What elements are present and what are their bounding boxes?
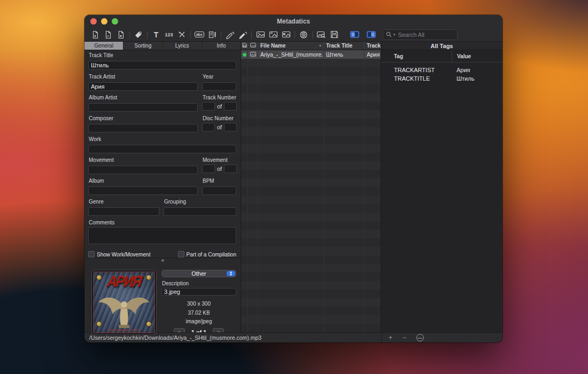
pen-swoosh-outline-icon	[226, 30, 235, 39]
empty-row	[241, 170, 381, 178]
empty-row	[241, 221, 381, 230]
musicbrainz-lookup-button[interactable]	[297, 29, 310, 40]
sort-chevron-icon: ˅	[319, 44, 321, 48]
tag-value: Ария	[452, 67, 502, 73]
tag-row[interactable]: TRACKTITLEШтиль	[381, 74, 502, 83]
remove-file-icon	[104, 30, 112, 39]
write-tags-button[interactable]	[236, 29, 249, 40]
tab-general[interactable]: General	[84, 42, 123, 50]
tools-button[interactable]	[175, 29, 188, 40]
grouping-field[interactable]	[164, 207, 236, 216]
track-total-field[interactable]	[224, 102, 237, 111]
empty-row	[241, 93, 381, 102]
editor-panel: General Sorting Lyrics Info Track Title …	[84, 42, 241, 332]
tab-info[interactable]: Info	[202, 42, 241, 50]
add-artwork-icon	[256, 30, 265, 38]
album-artist-field[interactable]	[88, 103, 198, 112]
more-actions-button[interactable]: •••	[416, 334, 424, 341]
track-title-field[interactable]	[88, 61, 236, 69]
empty-row	[241, 230, 381, 238]
rivet-icon	[96, 275, 102, 280]
disc-number-field[interactable]	[202, 123, 215, 131]
track-artist-field[interactable]	[88, 82, 198, 91]
tag-row[interactable]: TRACKARTISTАрия	[381, 66, 502, 74]
artwork-type-popup[interactable]: Other ▲▼	[161, 270, 236, 277]
text-format-button[interactable]: T	[150, 29, 163, 40]
has-artwork-icon	[250, 51, 256, 58]
value-column-header[interactable]: Value	[452, 50, 502, 62]
add-artwork-button[interactable]	[254, 29, 267, 40]
remove-artwork-button[interactable]	[267, 29, 280, 40]
movement-field[interactable]	[88, 166, 198, 174]
disc-total-field[interactable]	[224, 123, 237, 131]
file-row[interactable]: Ariya_-_SHtil_(musmore....ШтильАрия	[241, 50, 381, 59]
description-field[interactable]	[161, 288, 236, 295]
empty-row	[241, 127, 381, 136]
close-files-button[interactable]	[114, 29, 127, 40]
composer-field[interactable]	[88, 124, 198, 133]
export-artwork-button[interactable]	[280, 29, 292, 40]
save-state-icon	[242, 43, 247, 49]
tab-lyrics[interactable]: Lyrics	[163, 42, 202, 50]
tab-sorting[interactable]: Sorting	[123, 42, 163, 50]
export-artwork-icon	[282, 30, 291, 38]
album-cover[interactable]: АРИЯ БЕСПЕЧНЫЙ АНГЕЛ	[91, 270, 157, 335]
number-format-icon: 123	[165, 32, 173, 37]
remove-tag-button[interactable]: −	[403, 334, 406, 341]
bpm-field[interactable]	[202, 186, 236, 195]
add-files-button[interactable]	[89, 29, 102, 40]
toggle-right-panel-button[interactable]	[365, 29, 377, 40]
toolbar-separator	[312, 31, 313, 38]
genre-field[interactable]	[88, 207, 159, 216]
modified-column-header[interactable]	[241, 42, 248, 50]
add-file-icon	[91, 30, 99, 39]
track-artist-column-header[interactable]: Track	[365, 42, 383, 50]
track-title-column-header[interactable]: Track Title	[324, 42, 365, 50]
remove-files-button[interactable]	[102, 29, 114, 40]
comments-field[interactable]	[88, 227, 236, 244]
album-field[interactable]	[88, 186, 198, 195]
disc-number-of-label: of	[217, 124, 222, 130]
artwork-splitter[interactable]	[84, 258, 241, 263]
edit-tags-button[interactable]	[132, 29, 145, 40]
grouping-label: Grouping	[164, 199, 236, 205]
toggle-left-panel-button[interactable]	[348, 29, 361, 40]
movement-total-field[interactable]	[224, 165, 237, 173]
search-scope-chevron-icon: ▾	[393, 33, 396, 37]
popup-stepper-icon: ▲▼	[227, 271, 235, 276]
toolbar-separator	[221, 31, 221, 38]
titlebar[interactable]: Metadatics	[84, 15, 502, 28]
file-name-column-header[interactable]: File Name ˅	[258, 42, 324, 50]
search-input[interactable]	[397, 31, 454, 38]
search-field[interactable]: ▾	[383, 29, 458, 40]
empty-row	[241, 204, 381, 213]
toolbar-separator	[251, 31, 252, 38]
artwork-search-button[interactable]	[315, 29, 328, 40]
track-number-field[interactable]	[202, 102, 215, 111]
empty-row	[241, 110, 381, 119]
compilation-checkbox[interactable]	[178, 251, 184, 258]
add-tag-button[interactable]: +	[389, 334, 392, 341]
toolbar: T 123 abc	[84, 28, 502, 42]
save-button[interactable]	[328, 29, 341, 40]
artwork-column-icon	[250, 43, 256, 49]
transform-tags-button[interactable]	[206, 29, 219, 40]
movement-number-field[interactable]	[202, 165, 215, 173]
all-tags-header: Tag Value	[381, 50, 502, 63]
show-work-movement-checkbox[interactable]	[88, 251, 95, 258]
number-format-button[interactable]: 123	[163, 29, 175, 40]
metadatics-window: Metadatics T	[84, 15, 502, 342]
rename-button[interactable]: abc	[193, 29, 206, 40]
search-icon	[386, 30, 392, 40]
empty-row	[241, 178, 381, 187]
empty-row	[241, 324, 381, 332]
rivet-icon	[146, 321, 152, 327]
work-field[interactable]	[88, 145, 236, 153]
undo-tags-button[interactable]	[223, 29, 236, 40]
artwork-column-header[interactable]	[248, 42, 258, 50]
tag-column-header[interactable]: Tag	[381, 53, 452, 59]
angel-statue-graphic	[96, 292, 152, 329]
empty-row	[241, 238, 381, 247]
year-field[interactable]	[202, 82, 236, 91]
empty-row	[241, 272, 381, 281]
